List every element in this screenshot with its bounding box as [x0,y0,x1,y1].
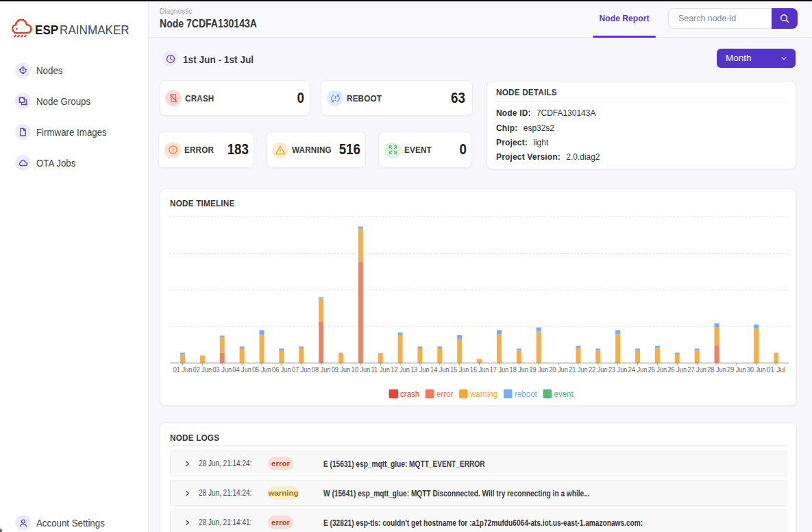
svg-text:01 Jun: 01 Jun [173,365,193,374]
svg-text:14 Jun: 14 Jun [430,365,450,374]
svg-text:13 Jun: 13 Jun [410,365,430,374]
svg-text:09 Jun: 09 Jun [332,365,351,374]
svg-text:15 Jun: 15 Jun [450,365,469,374]
svg-text:08 Jun: 08 Jun [312,365,331,374]
svg-text:25 Jun: 25 Jun [648,365,667,374]
svg-text:16 Jun: 16 Jun [470,365,489,374]
svg-text:28 Jun: 28 Jun [707,365,726,374]
svg-text:10 Jun: 10 Jun [352,365,371,374]
svg-text:30 Jun: 30 Jun [747,365,766,374]
svg-text:26 Jun: 26 Jun [668,365,687,374]
svg-text:12 Jun: 12 Jun [391,365,410,374]
svg-text:06 Jun: 06 Jun [272,365,291,374]
svg-text:11 Jun: 11 Jun [371,365,390,374]
svg-text:23 Jun: 23 Jun [608,365,628,374]
svg-text:19 Jun: 19 Jun [529,365,548,374]
svg-text:18 Jun: 18 Jun [510,365,529,374]
svg-text:05 Jun: 05 Jun [252,365,271,374]
svg-text:07 Jun: 07 Jun [292,365,311,374]
svg-text:01 Jul: 01 Jul [767,365,786,374]
svg-text:17 Jun: 17 Jun [490,365,509,374]
svg-text:02 Jun: 02 Jun [193,365,212,374]
svg-text:24 Jun: 24 Jun [628,365,648,374]
svg-text:04 Jun: 04 Jun [232,365,251,374]
svg-text:22 Jun: 22 Jun [589,365,608,374]
svg-text:27 Jun: 27 Jun [687,365,706,374]
svg-text:29 Jun: 29 Jun [727,365,746,374]
svg-text:20 Jun: 20 Jun [549,365,568,374]
svg-text:21 Jun: 21 Jun [569,365,588,374]
svg-text:03 Jun: 03 Jun [212,365,232,374]
